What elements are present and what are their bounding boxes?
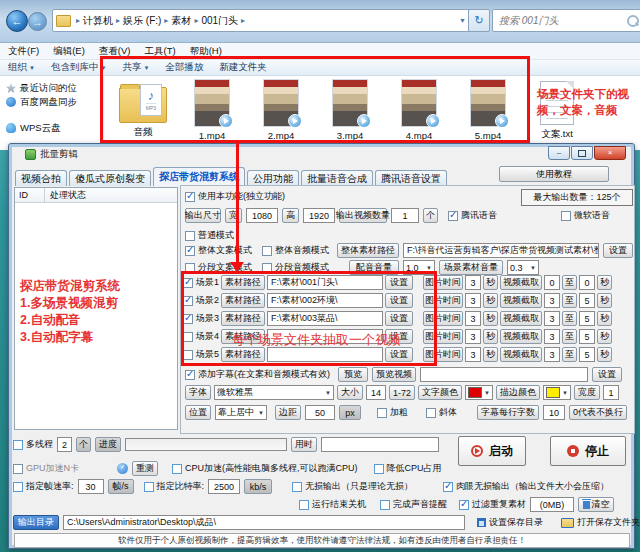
clip-from-input[interactable]: 3 bbox=[544, 347, 560, 362]
image-time-button[interactable]: 图片时间 bbox=[423, 311, 463, 326]
bold-checkbox[interactable]: 加粗 bbox=[377, 406, 408, 419]
refresh-icon[interactable]: ↻ bbox=[468, 9, 490, 32]
scene-setting-button[interactable]: 设置 bbox=[385, 311, 413, 326]
tab-批量语音合成[interactable]: 批量语音合成 bbox=[301, 170, 373, 186]
sidebar-item[interactable]: 百度网盘同步 bbox=[6, 95, 103, 109]
filter-duplicate-checkbox[interactable]: 过滤重复素材 bbox=[459, 498, 526, 511]
clip-to-input[interactable]: 0 bbox=[579, 275, 595, 290]
width-input[interactable]: 1080 bbox=[246, 208, 278, 223]
tab-傻瓜式原创裂变[interactable]: 傻瓜式原创裂变 bbox=[69, 170, 151, 186]
scene-checkbox[interactable]: 场景1 bbox=[183, 276, 219, 289]
file-item[interactable]: 文案.txt bbox=[528, 79, 586, 153]
scene-setting-button[interactable]: 设置 bbox=[385, 347, 413, 362]
menu-item[interactable]: 工具(T) bbox=[144, 45, 175, 58]
toolbar-item[interactable]: 共享▼ bbox=[122, 61, 149, 74]
menu-item[interactable]: 文件(F) bbox=[8, 45, 39, 58]
image-time-button[interactable]: 图片时间 bbox=[423, 329, 463, 344]
bitrate-checkbox[interactable]: 指定比特率: bbox=[144, 480, 205, 493]
stroke-width-button[interactable]: 宽度 bbox=[574, 385, 600, 400]
image-time-button[interactable]: 图片时间 bbox=[423, 293, 463, 308]
menu-item[interactable]: 编辑(E) bbox=[53, 45, 85, 58]
low-cpu-checkbox[interactable]: 降低CPU占用 bbox=[374, 462, 442, 475]
threads-checkbox[interactable]: 多线程 bbox=[13, 438, 53, 451]
tab-视频合拍[interactable]: 视频合拍 bbox=[15, 170, 67, 186]
clip-from-input[interactable]: 3 bbox=[544, 329, 560, 344]
whole-path-setting-button[interactable]: 设置 bbox=[603, 243, 633, 258]
file-item[interactable]: 5.mp4 bbox=[459, 79, 517, 153]
menu-item[interactable]: 查看(V) bbox=[99, 45, 131, 58]
breadcrumb-item[interactable]: 001门头 bbox=[201, 14, 238, 28]
text-color-button[interactable]: 文字颜色 bbox=[418, 385, 462, 400]
output-count-input[interactable]: 1 bbox=[391, 208, 419, 223]
file-item[interactable]: ♪MP3音频 bbox=[114, 79, 172, 153]
font-size-button[interactable]: 大小 bbox=[337, 385, 363, 400]
file-item[interactable]: 3.mp4 bbox=[321, 79, 379, 153]
material-path-input[interactable]: F:\素材\001门头\ bbox=[267, 275, 383, 290]
scene-volume-button[interactable]: 场景素材音量 bbox=[439, 260, 503, 275]
open-save-dir-button[interactable]: 打开保存文件夹 bbox=[561, 516, 640, 529]
toolbar-item[interactable]: 组织▼ bbox=[8, 61, 35, 74]
image-time-input[interactable]: 3 bbox=[465, 293, 481, 308]
subtitle-setting-button[interactable]: 设置 bbox=[592, 367, 622, 382]
material-path-button[interactable]: 素材路径 bbox=[221, 347, 265, 362]
visual-lossless-checkbox[interactable]: 肉眼无损输出（输出文件大小会压缩） bbox=[443, 480, 609, 493]
chars-per-line-button[interactable]: 字幕每行字数 bbox=[477, 405, 539, 420]
add-subtitle-checkbox[interactable]: 添加字幕(在文案和音频模式有效) bbox=[185, 368, 330, 381]
back-icon[interactable]: ← bbox=[6, 10, 28, 32]
tab-腾讯语音设置[interactable]: 腾讯语音设置 bbox=[375, 170, 447, 186]
breadcrumb-item[interactable]: 计算机 bbox=[83, 14, 113, 28]
preview-button[interactable]: 预览 bbox=[338, 367, 368, 382]
image-time-input[interactable]: 3 bbox=[465, 275, 481, 290]
clip-to-input[interactable]: 5 bbox=[579, 293, 595, 308]
seg-audio-checkbox[interactable]: 分段音频模式 bbox=[262, 261, 329, 274]
scene-setting-button[interactable]: 设置 bbox=[385, 293, 413, 308]
stroke-width-input[interactable]: 1 bbox=[603, 385, 619, 400]
video-clip-button[interactable]: 视频截取 bbox=[500, 347, 542, 362]
material-path-input[interactable]: F:\素材\003菜品\ bbox=[267, 311, 383, 326]
minimize-button[interactable]: – bbox=[548, 146, 570, 160]
chars-per-line-input[interactable]: 10 bbox=[543, 405, 565, 420]
scene-checkbox[interactable]: 场景3 bbox=[183, 312, 219, 325]
preview-video-button[interactable]: 预览视频 bbox=[372, 367, 416, 382]
height-label-button[interactable]: 高 bbox=[282, 208, 299, 223]
clip-to-input[interactable]: 5 bbox=[579, 347, 595, 362]
toolbar-item[interactable]: 包含到库中▼ bbox=[51, 61, 106, 74]
whole-path-button[interactable]: 整体素材路径 bbox=[337, 243, 399, 258]
scene-setting-button[interactable]: 设置 bbox=[385, 329, 413, 344]
scene-checkbox[interactable]: 场景5 bbox=[183, 348, 219, 361]
material-path-button[interactable]: 素材路径 bbox=[221, 275, 265, 290]
clip-to-input[interactable]: 5 bbox=[579, 311, 595, 326]
whole-audio-checkbox[interactable]: 整体音频模式 bbox=[262, 244, 329, 257]
output-count-button[interactable]: 输出视频数量 bbox=[339, 208, 387, 223]
file-item[interactable]: 2.mp4 bbox=[252, 79, 310, 153]
margin-input[interactable]: 50 bbox=[305, 405, 335, 420]
start-button[interactable]: 启动 bbox=[458, 436, 526, 466]
fps-checkbox[interactable]: 指定帧速率: bbox=[13, 480, 74, 493]
stroke-color-button[interactable]: 描边颜色 bbox=[496, 385, 540, 400]
preview-path-input[interactable] bbox=[420, 367, 588, 382]
clip-from-input[interactable]: 0 bbox=[544, 275, 560, 290]
count-unit-button[interactable]: 个 bbox=[423, 208, 438, 223]
image-time-button[interactable]: 图片时间 bbox=[423, 275, 463, 290]
material-path-input[interactable] bbox=[267, 329, 383, 344]
video-clip-button[interactable]: 视频截取 bbox=[500, 293, 542, 308]
stop-button[interactable]: 停止 bbox=[550, 436, 626, 466]
tutorial-button[interactable]: 使用教程 bbox=[499, 166, 609, 182]
stroke-color-select[interactable]: ▼ bbox=[543, 385, 571, 400]
threads-input[interactable]: 2 bbox=[57, 437, 72, 452]
material-path-input[interactable] bbox=[267, 347, 383, 362]
whole-path-input[interactable]: F:\抖音代运营剪辑客户\探店带货视频测试素材\整段文案和音频\ bbox=[403, 243, 599, 258]
search-input[interactable]: 搜索 001门头 bbox=[492, 9, 640, 32]
use-function-checkbox[interactable]: 使用本功能(独立功能) bbox=[185, 190, 285, 203]
whole-text-checkbox[interactable]: 整体文案模式 bbox=[185, 244, 252, 257]
italic-checkbox[interactable]: 斜体 bbox=[426, 406, 457, 419]
width-label-button[interactable]: 宽 bbox=[225, 208, 242, 223]
breadcrumb-item[interactable]: 素材 bbox=[171, 14, 191, 28]
forward-icon[interactable]: → bbox=[28, 12, 47, 31]
position-select[interactable]: 靠上居中▼ bbox=[215, 405, 267, 420]
breadcrumb-dropdown-icon[interactable]: ▼ bbox=[457, 17, 468, 24]
tab-公用功能[interactable]: 公用功能 bbox=[247, 170, 299, 186]
maximize-button[interactable] bbox=[571, 146, 593, 160]
position-button[interactable]: 位置 bbox=[185, 405, 211, 420]
gpu-accel-checkbox[interactable]: GPU加速N卡 bbox=[13, 462, 79, 475]
